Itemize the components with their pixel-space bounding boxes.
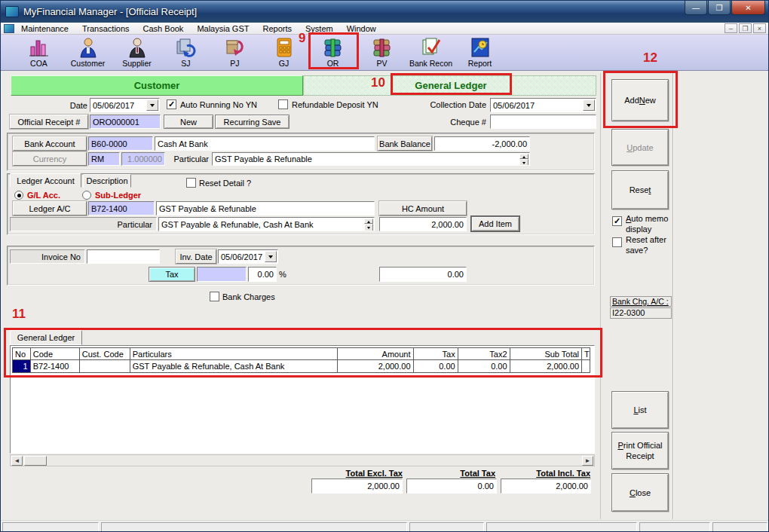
scroll-thumb[interactable] bbox=[24, 456, 47, 466]
bank-balance-label: Bank Balance bbox=[378, 136, 432, 151]
horizontal-scrollbar[interactable]: ◄ ► bbox=[10, 454, 595, 466]
toolbar-supplier-button[interactable]: Supplier bbox=[112, 35, 161, 71]
grid-row[interactable]: 1 B72-1400 GST Payable & Refunable, Cash… bbox=[12, 360, 590, 373]
menu-transactions[interactable]: Transactions bbox=[75, 24, 136, 33]
list-button[interactable]: List bbox=[611, 391, 669, 429]
sales-journal-icon bbox=[174, 37, 198, 58]
print-official-receipt-button[interactable]: Print Official Receipt bbox=[611, 432, 669, 469]
add-item-button[interactable]: Add Item bbox=[471, 216, 519, 231]
toolbar-report-button[interactable]: Report bbox=[455, 35, 504, 71]
menu-malaysia-gst[interactable]: Malaysia GST bbox=[190, 24, 256, 33]
grid-area: No Code Cust. Code Particulars Amount Ta… bbox=[10, 345, 595, 454]
total-incl-tax-value: 2,000.00 bbox=[501, 478, 591, 494]
menu-maintenance[interactable]: Maintenance bbox=[14, 24, 75, 33]
tab-grid-general-ledger[interactable]: General Ledger bbox=[10, 330, 82, 345]
bank-charges-label: Bank Charges bbox=[222, 291, 275, 302]
total-tax-value: 0.00 bbox=[406, 478, 497, 494]
tab-ledger-account[interactable]: Ledger Account bbox=[10, 173, 81, 188]
toolbar-sj-button[interactable]: SJ bbox=[161, 35, 210, 71]
ledger-particular-input[interactable]: GST Payable & Refunable, Cash At Bank bbox=[158, 217, 375, 231]
currency-code-field[interactable]: RM bbox=[88, 152, 120, 166]
tab-general-ledger[interactable]: General Ledger bbox=[391, 76, 510, 95]
toolbar-coa-button[interactable]: COA bbox=[14, 35, 63, 71]
close-button[interactable]: ✕ bbox=[731, 1, 765, 15]
collection-date-input[interactable]: 05/06/2017 bbox=[490, 98, 596, 112]
toolbar-pj-button[interactable]: PJ bbox=[210, 35, 259, 71]
customer-person-icon bbox=[76, 37, 100, 58]
cheque-label: Cheque # bbox=[434, 116, 486, 127]
tax-code-input[interactable] bbox=[197, 267, 247, 282]
mdi-close-button[interactable]: × bbox=[753, 23, 766, 33]
mdi-minimize-button[interactable]: – bbox=[725, 23, 737, 33]
scroll-left-button[interactable]: ◄ bbox=[11, 456, 23, 466]
percent-label: % bbox=[279, 268, 286, 280]
bank-particular-spinner[interactable] bbox=[519, 154, 528, 164]
ledger-ac-code-input[interactable]: B72-1400 bbox=[88, 201, 155, 216]
bank-account-code-input[interactable]: B60-0000 bbox=[88, 136, 153, 151]
ledger-particular-spinner[interactable] bbox=[364, 219, 373, 230]
add-new-button[interactable]: Add New bbox=[611, 79, 669, 121]
inv-date-dropdown-button[interactable] bbox=[265, 251, 277, 262]
mdi-child-icon bbox=[4, 24, 14, 33]
bank-chg-ac-value[interactable]: I22-0300 bbox=[610, 307, 672, 319]
ledger-ac-button[interactable]: Ledger A/C bbox=[13, 201, 87, 216]
total-excl-tax-label: Total Excl. Tax bbox=[325, 468, 403, 478]
mdi-restore-button[interactable]: ❐ bbox=[739, 23, 752, 33]
update-button[interactable]: Update bbox=[611, 129, 669, 166]
gl-acc-label[interactable]: G/L Acc. bbox=[27, 190, 60, 200]
coa-chart-icon bbox=[27, 37, 51, 58]
new-button[interactable]: New bbox=[164, 115, 213, 129]
bank-account-button[interactable]: Bank Account bbox=[13, 136, 87, 151]
auto-memo-checkbox[interactable]: ✓ bbox=[612, 216, 622, 226]
bank-recon-check-icon bbox=[419, 37, 443, 58]
bank-particular-input[interactable]: GST Payable & Refunable bbox=[212, 152, 530, 166]
reset-detail-checkbox[interactable] bbox=[186, 178, 196, 188]
panel-divider bbox=[672, 73, 674, 519]
app-icon bbox=[5, 6, 19, 17]
window-title: MyFinancial Manager - [Official Receipt] bbox=[23, 6, 197, 17]
tax-amount-field: 0.00 bbox=[379, 267, 467, 282]
close-form-button[interactable]: Close bbox=[611, 473, 669, 512]
toolbar-pv-button[interactable]: PV bbox=[357, 35, 406, 71]
toolbar-customer-button[interactable]: Customer bbox=[63, 35, 112, 71]
minimize-button[interactable]: — bbox=[685, 1, 707, 15]
toolbar-bank-recon-button[interactable]: Bank Recon bbox=[406, 35, 455, 71]
invoice-no-input[interactable] bbox=[87, 249, 160, 264]
date-dropdown-button[interactable] bbox=[146, 99, 158, 111]
bank-account-name-field[interactable]: Cash At Bank bbox=[155, 136, 375, 151]
sub-ledger-label[interactable]: Sub-Ledger bbox=[95, 190, 141, 200]
inv-date-input[interactable]: 05/06/2017 bbox=[218, 249, 278, 264]
sub-ledger-radio[interactable] bbox=[82, 191, 91, 200]
official-receipt-button[interactable]: Official Receipt # bbox=[10, 115, 88, 129]
gl-acc-radio[interactable] bbox=[14, 191, 23, 200]
tax-rate-input[interactable]: 0.00 bbox=[248, 267, 277, 282]
reset-detail-label: Reset Detail ? bbox=[199, 177, 251, 188]
tab-customer[interactable]: Customer bbox=[11, 75, 303, 96]
tab-description[interactable]: Description bbox=[83, 174, 131, 188]
refundable-deposit-checkbox[interactable] bbox=[278, 99, 288, 109]
toolbar-or-button[interactable]: OR bbox=[308, 35, 357, 71]
menu-window[interactable]: Window bbox=[340, 24, 383, 33]
reset-after-save-checkbox[interactable] bbox=[612, 237, 622, 247]
collection-date-dropdown-button[interactable] bbox=[583, 99, 595, 111]
cheque-input[interactable] bbox=[490, 115, 596, 129]
bank-charges-checkbox[interactable] bbox=[210, 292, 219, 301]
hc-amount-input[interactable]: 2,000.00 bbox=[379, 217, 467, 231]
reset-button[interactable]: Reset bbox=[611, 170, 669, 209]
auto-running-checkbox[interactable]: ✓ bbox=[167, 99, 176, 109]
ledger-ac-name-field[interactable]: GST Payable & Refunable bbox=[156, 201, 375, 216]
side-panel: Add New Update Reset ✓ Auto memo display… bbox=[600, 73, 769, 519]
menu-cash-book[interactable]: Cash Book bbox=[136, 24, 191, 33]
inv-date-label: Inv. Date bbox=[176, 249, 216, 264]
recurring-save-button[interactable]: Recurring Save bbox=[215, 115, 290, 129]
restore-button[interactable]: ❐ bbox=[708, 1, 731, 15]
auto-memo-label: Auto memo display bbox=[626, 213, 679, 234]
date-input[interactable]: 05/06/2017 bbox=[90, 98, 160, 112]
tax-button[interactable]: Tax bbox=[149, 267, 195, 282]
official-receipt-money-icon bbox=[321, 37, 345, 58]
scroll-right-button[interactable]: ► bbox=[582, 456, 593, 466]
currency-button[interactable]: Currency bbox=[13, 152, 87, 166]
bank-chg-ac-label: Bank Chg. A/C : bbox=[610, 296, 672, 307]
official-receipt-number-input[interactable]: ORO000001 bbox=[90, 115, 161, 129]
menu-reports[interactable]: Reports bbox=[256, 24, 299, 33]
